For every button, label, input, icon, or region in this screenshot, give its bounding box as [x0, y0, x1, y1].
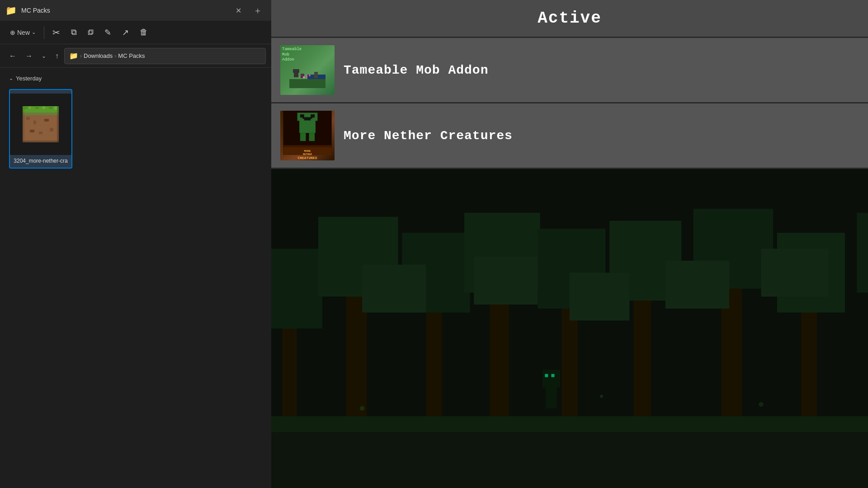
svg-rect-14 — [23, 113, 59, 115]
svg-rect-8 — [24, 107, 27, 109]
nether-thumbnail: MORE NETHER CREATURES — [280, 111, 335, 160]
svg-rect-80 — [546, 385, 557, 408]
addon-item-tameable[interactable]: Tameable Mob Addon — [271, 38, 868, 103]
breadcrumb-separator-1: › — [80, 53, 82, 59]
rename-button[interactable]: ✎ — [100, 25, 116, 40]
svg-rect-34 — [302, 117, 312, 119]
back-button[interactable]: ← — [5, 50, 20, 62]
svg-rect-84 — [271, 416, 868, 432]
svg-point-87 — [759, 402, 764, 407]
svg-rect-18 — [289, 79, 326, 88]
addons-list: Tameable Mob Addon — [271, 38, 868, 169]
copy-icon: ⧉ — [71, 28, 77, 37]
svg-rect-33 — [311, 114, 315, 117]
addon-item-nether[interactable]: MORE NETHER CREATURES More Nether Creatu… — [271, 103, 868, 169]
svg-rect-83 — [551, 374, 554, 377]
delete-icon: 🗑 — [140, 28, 148, 37]
svg-rect-1 — [26, 117, 30, 120]
svg-rect-30 — [299, 119, 316, 133]
close-button[interactable]: ✕ — [232, 5, 245, 17]
svg-rect-4 — [50, 128, 53, 131]
svg-text:MORE: MORE — [304, 150, 311, 153]
svg-rect-81 — [542, 370, 560, 388]
nav-bar: ← → ⌄ ↑ 📁 › Downloads › MC Packs — [0, 44, 271, 68]
breadcrumb-downloads[interactable]: Downloads — [84, 52, 113, 59]
forward-button[interactable]: → — [22, 50, 36, 62]
share-icon: ↗ — [122, 28, 129, 38]
svg-text:NETHER: NETHER — [303, 153, 312, 155]
content-area[interactable]: ⌄ Yesterday — [0, 68, 271, 488]
rename-icon: ✎ — [104, 28, 111, 38]
breadcrumb-mcpacks[interactable]: MC Packs — [118, 52, 145, 59]
svg-rect-5 — [30, 130, 34, 132]
svg-rect-75 — [570, 272, 629, 320]
section-chevron: ⌄ — [9, 75, 13, 81]
addon-panel: Active Tameable Mob Addon — [271, 0, 868, 488]
file-name: 3204_more-nether-cra — [14, 158, 67, 164]
svg-rect-76 — [665, 261, 729, 309]
section-label: ⌄ Yesterday — [9, 75, 262, 82]
dropdown-button[interactable]: ⌄ — [38, 51, 50, 61]
svg-rect-9 — [29, 106, 31, 109]
svg-rect-11 — [42, 106, 45, 109]
file-item[interactable]: 3204_more-nether-cra — [9, 89, 72, 169]
nether-name: More Nether Creatures — [344, 129, 513, 143]
delete-button[interactable]: 🗑 — [135, 25, 152, 40]
svg-point-85 — [360, 406, 365, 411]
up-button[interactable]: ↑ — [52, 50, 62, 62]
copy-button[interactable]: ⧉ — [66, 25, 81, 40]
nether-thumb-bg: MORE NETHER CREATURES — [280, 111, 335, 160]
svg-rect-35 — [304, 119, 311, 121]
tameable-thumb-bg: Tameable Mob Addon — [280, 45, 335, 95]
new-button[interactable]: ⊕ New ⌄ — [5, 26, 40, 39]
active-title: Active — [538, 9, 602, 28]
svg-rect-16 — [57, 106, 59, 142]
svg-rect-3 — [44, 119, 49, 122]
title-bar: 📁 MC Packs ✕ ＋ — [0, 0, 271, 21]
svg-rect-59 — [271, 249, 322, 329]
new-tab-button[interactable]: ＋ — [250, 3, 266, 19]
svg-point-86 — [600, 394, 603, 398]
svg-rect-37 — [309, 133, 315, 141]
new-dropdown-icon: ⌄ — [32, 29, 36, 35]
svg-rect-21 — [293, 69, 299, 73]
new-label: New — [17, 29, 30, 36]
breadcrumb-separator-2: › — [114, 53, 116, 59]
mc-background — [271, 169, 868, 488]
toolbar: ⊕ New ⌄ ✂ ⧉ ⧉ ✎ ↗ 🗑 — [0, 21, 271, 44]
files-grid: 3204_more-nether-cra — [9, 89, 262, 169]
svg-rect-32 — [300, 114, 304, 117]
svg-rect-36 — [300, 133, 306, 141]
window-title: MC Packs — [21, 7, 227, 14]
breadcrumb: 📁 › Downloads › MC Packs — [64, 48, 266, 64]
svg-rect-13 — [54, 106, 57, 110]
svg-rect-48 — [490, 285, 509, 424]
svg-point-24 — [306, 75, 307, 77]
cut-icon: ✂ — [52, 27, 60, 38]
mc-scene-svg — [271, 169, 868, 488]
svg-rect-17 — [23, 141, 59, 142]
cut-button[interactable]: ✂ — [48, 24, 65, 41]
svg-rect-73 — [362, 265, 426, 313]
nether-scene-icon: MORE NETHER — [280, 111, 335, 155]
dirt-block-icon — [23, 106, 59, 142]
svg-rect-50 — [633, 293, 651, 424]
svg-rect-23 — [314, 72, 318, 78]
paste-button[interactable]: ⧉ — [83, 25, 98, 40]
svg-point-25 — [309, 75, 311, 76]
svg-rect-52 — [801, 305, 817, 424]
svg-rect-47 — [426, 305, 442, 424]
active-header: Active — [271, 0, 868, 38]
share-button[interactable]: ↗ — [118, 25, 133, 40]
svg-rect-82 — [545, 374, 548, 377]
tameable-thumbnail: Tameable Mob Addon — [280, 45, 335, 95]
breadcrumb-folder-icon: 📁 — [69, 52, 78, 60]
svg-rect-15 — [23, 106, 24, 142]
svg-rect-10 — [35, 107, 39, 109]
svg-rect-67 — [857, 213, 868, 293]
tameable-label: Tameable Mob Addon — [282, 47, 302, 63]
svg-rect-74 — [474, 257, 538, 305]
svg-rect-45 — [283, 320, 297, 424]
tameable-name: Tameable Mob Addon — [344, 63, 488, 77]
svg-point-26 — [303, 76, 305, 78]
